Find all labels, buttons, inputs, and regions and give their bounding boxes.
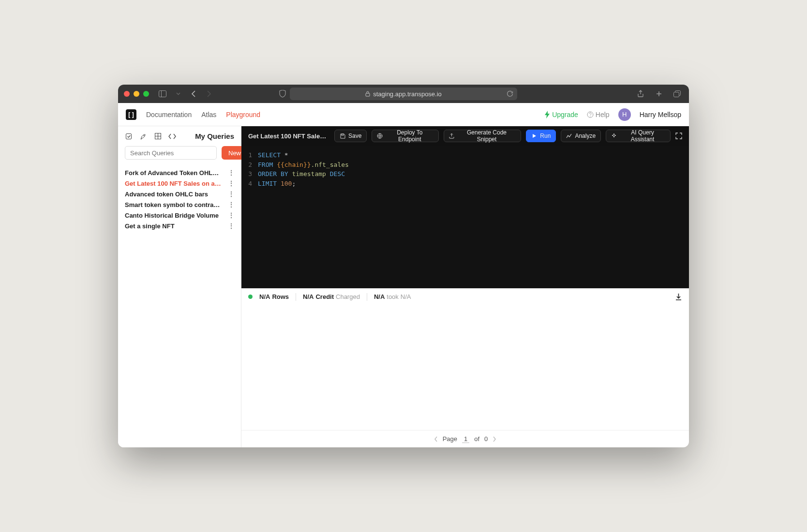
tabs-icon[interactable]	[672, 88, 683, 100]
nav-documentation[interactable]: Documentation	[146, 111, 192, 118]
pager-next[interactable]	[493, 436, 496, 442]
query-list: Fork of Advanced Token OHLC Bars⋮Get Lat…	[118, 165, 241, 233]
download-results-button[interactable]	[675, 293, 682, 301]
pager-current[interactable]: 1	[462, 435, 469, 443]
pager-prev[interactable]	[434, 436, 438, 442]
svg-rect-2	[366, 93, 370, 96]
analyze-button[interactable]: Analyze	[561, 130, 601, 142]
nav-playground[interactable]: Playground	[226, 111, 260, 118]
bolt-icon	[544, 111, 550, 118]
deploy-button[interactable]: Deploy To Endpoint	[372, 130, 439, 142]
ai-assistant-button[interactable]: AI Query Assistant	[606, 130, 671, 142]
rocket-icon[interactable]	[139, 133, 147, 140]
query-list-item[interactable]: Advanced token OHLC bars⋮	[121, 189, 238, 199]
upload-icon	[449, 133, 454, 139]
line-number: 2	[241, 160, 258, 170]
share-icon[interactable]	[635, 88, 646, 100]
browser-titlebar: staging.app.transpose.io	[118, 85, 689, 103]
code-content[interactable]: FROM {{chain}}.nft_sales	[258, 160, 349, 170]
sidebar-toggle-icon[interactable]	[157, 88, 168, 100]
query-item-menu-icon[interactable]: ⋮	[228, 222, 234, 230]
editor-pane: Get Latest 100 NFT Sales on any C Save D…	[241, 126, 689, 447]
sidebar: My Queries New Fork of Advanced Token OH…	[118, 126, 241, 447]
query-list-item-label: Smart token symbol to contract addr…	[125, 201, 222, 208]
expand-editor-icon[interactable]	[675, 133, 682, 139]
status-indicator	[248, 295, 253, 299]
browser-window: staging.app.transpose.io [ ] Documentati…	[118, 85, 689, 447]
play-icon	[531, 133, 537, 139]
status-bar: N/A Rows N/A Credit Charged N/A took N/A	[241, 288, 689, 305]
app-header: [ ] Documentation Atlas Playground Upgra…	[118, 103, 689, 126]
query-list-item-label: Fork of Advanced Token OHLC Bars	[125, 169, 222, 177]
code-content[interactable]: LIMIT 100;	[258, 179, 296, 189]
query-item-menu-icon[interactable]: ⋮	[228, 169, 234, 177]
query-list-item-label: Advanced token OHLC bars	[125, 191, 208, 198]
line-number: 1	[241, 150, 258, 160]
svg-rect-12	[342, 134, 344, 135]
user-avatar[interactable]: H	[618, 108, 631, 121]
forward-button[interactable]	[203, 88, 215, 100]
shield-icon[interactable]	[277, 88, 288, 100]
status-time: N/A took N/A	[374, 293, 411, 300]
maximize-window-button[interactable]	[143, 91, 149, 97]
user-name[interactable]: Harry Mellsop	[640, 111, 681, 118]
globe-icon	[377, 133, 383, 139]
grid-icon[interactable]	[154, 133, 162, 140]
save-button[interactable]: Save	[334, 130, 367, 142]
query-list-item-label: Get Latest 100 NFT Sales on any Chain	[125, 180, 222, 187]
close-window-button[interactable]	[124, 91, 130, 97]
query-tab-title: Get Latest 100 NFT Sales on any C	[248, 133, 329, 140]
code-editor[interactable]: 1SELECT *2FROM {{chain}}.nft_sales3ORDER…	[241, 146, 689, 288]
chevron-down-icon[interactable]	[172, 88, 184, 100]
main-area: My Queries New Fork of Advanced Token OH…	[118, 126, 689, 447]
line-number: 3	[241, 169, 258, 179]
query-list-item[interactable]: Fork of Advanced Token OHLC Bars⋮	[121, 167, 238, 178]
search-queries-input[interactable]	[125, 146, 217, 160]
pager-total: 0	[484, 435, 488, 443]
url-bar[interactable]: staging.app.transpose.io	[290, 88, 517, 100]
query-item-menu-icon[interactable]: ⋮	[228, 201, 234, 208]
query-list-item-label: Canto Historical Bridge Volume	[125, 212, 219, 219]
lock-icon	[365, 91, 370, 97]
query-item-menu-icon[interactable]: ⋮	[228, 179, 234, 187]
url-text: staging.app.transpose.io	[373, 90, 442, 98]
nav-atlas[interactable]: Atlas	[201, 111, 216, 118]
svg-point-8	[144, 135, 145, 136]
code-icon[interactable]	[168, 133, 176, 140]
query-item-menu-icon[interactable]: ⋮	[228, 211, 234, 219]
line-number: 4	[241, 179, 258, 189]
traffic-lights	[124, 91, 149, 97]
new-tab-icon[interactable]	[653, 88, 665, 100]
editor-toolbar: Get Latest 100 NFT Sales on any C Save D…	[241, 126, 689, 146]
status-credit: N/A Credit Charged	[303, 293, 360, 300]
svg-rect-0	[159, 91, 166, 97]
upgrade-button[interactable]: Upgrade	[544, 111, 578, 118]
back-button[interactable]	[188, 88, 199, 100]
app-logo[interactable]: [ ]	[126, 109, 136, 120]
results-area	[241, 305, 689, 430]
query-list-item[interactable]: Smart token symbol to contract addr…⋮	[121, 199, 238, 210]
status-rows: N/A Rows	[259, 293, 289, 300]
save-icon	[340, 133, 345, 139]
code-content[interactable]: SELECT *	[258, 150, 288, 160]
help-icon	[587, 111, 594, 118]
code-content[interactable]: ORDER BY timestamp DESC	[258, 169, 345, 179]
results-pager: Page 1 of 0	[241, 430, 689, 447]
help-button[interactable]: Help	[587, 111, 610, 118]
svg-rect-4	[674, 92, 679, 97]
query-list-item-label: Get a single NFT	[125, 222, 175, 230]
run-button[interactable]: Run	[526, 130, 556, 142]
svg-point-6	[590, 116, 590, 117]
query-list-item[interactable]: Get a single NFT⋮	[121, 221, 238, 231]
refresh-icon[interactable]	[507, 90, 513, 97]
query-list-item[interactable]: Canto Historical Bridge Volume⋮	[121, 210, 238, 221]
sparkle-icon	[611, 133, 617, 139]
analyze-icon	[566, 133, 572, 139]
query-list-item[interactable]: Get Latest 100 NFT Sales on any Chain⋮	[121, 178, 238, 189]
svg-rect-7	[126, 133, 132, 139]
edit-icon[interactable]	[125, 133, 133, 140]
sidebar-title: My Queries	[195, 132, 234, 140]
query-item-menu-icon[interactable]: ⋮	[228, 190, 234, 198]
minimize-window-button[interactable]	[134, 91, 139, 97]
snippet-button[interactable]: Generate Code Snippet	[444, 130, 521, 142]
